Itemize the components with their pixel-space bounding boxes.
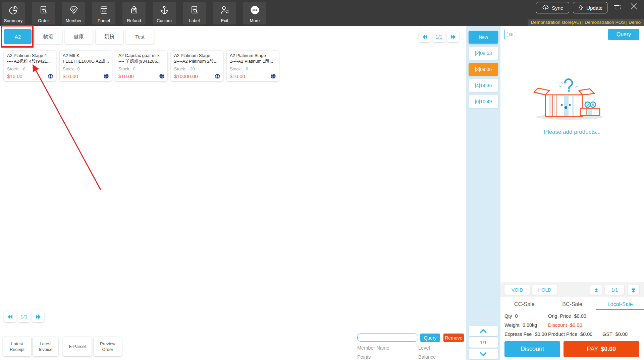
nav-parcel-button[interactable]: Parcel: [92, 2, 115, 24]
next-page-button[interactable]: [32, 311, 44, 322]
member-balance-label: Balance: [418, 354, 436, 360]
held-order-item[interactable]: [2]08:53: [469, 47, 498, 60]
document-search-icon: [190, 2, 200, 18]
nav-order-button[interactable]: Order: [32, 2, 55, 24]
prev-page-button[interactable]: [4, 311, 16, 322]
product-card[interactable]: A2 Platinum Stage 1----A2 Platinum 1段...…: [227, 51, 279, 81]
tab-bc-sale[interactable]: BC-Sale: [548, 300, 596, 310]
category-tab-health[interactable]: 健康: [65, 29, 93, 44]
annotation-arrow: [34, 66, 101, 190]
minimize-button[interactable]: [613, 3, 622, 10]
globe-icon: [159, 73, 165, 79]
member-name-label: Member Name: [357, 345, 389, 351]
category-tab-test[interactable]: Test: [126, 29, 154, 44]
void-button[interactable]: VOID: [504, 285, 530, 295]
held-order-item[interactable]: [4]14:36: [469, 79, 498, 92]
nav-exit-button[interactable]: Exit: [213, 2, 236, 24]
orders-page-down-button[interactable]: [469, 349, 498, 359]
anchor-icon: [159, 2, 169, 18]
product-name: A2 MILK FELLTHE1000G A2成...: [63, 53, 109, 64]
nav-label: Member: [66, 18, 82, 23]
product-price: $10.00: [7, 73, 22, 79]
parcel-box-icon: [99, 2, 109, 18]
store-info-banner: Demonstration store(AU) | Demonstration …: [528, 19, 644, 26]
member-level-label: Level: [418, 345, 430, 351]
product-card[interactable]: A2 MILK FELLTHE1000G A2成... Stock:0 $10.…: [60, 51, 112, 81]
product-pager-top: 1/1: [419, 31, 459, 42]
orders-page-up-button[interactable]: [469, 326, 498, 336]
cart-page-indicator: 1/1: [605, 285, 624, 295]
sync-button[interactable]: Sync: [536, 2, 569, 13]
product-price: $10.00: [63, 73, 78, 79]
nav-label: More: [250, 18, 260, 23]
tab-cc-sale[interactable]: CC-Sale: [500, 300, 548, 310]
nav-label-button[interactable]: Label: [183, 2, 206, 24]
nav-custom-button[interactable]: Custom: [153, 2, 176, 24]
held-order-item-active[interactable]: [3]09:06: [469, 63, 498, 76]
nav-label: Label: [189, 18, 200, 23]
diamond-icon: [69, 2, 79, 18]
product-stock: Stock:-20: [174, 66, 195, 71]
category-tab-logistics[interactable]: 物流: [35, 29, 62, 44]
globe-icon: [270, 73, 276, 79]
product-card[interactable]: A2 Platinum Stage 4 ---- A2奶粉 4段(9421...…: [4, 51, 56, 81]
up-arrow-icon: [578, 4, 584, 11]
product-price: $10000.00: [174, 73, 198, 79]
member-remove-button[interactable]: Remove: [443, 334, 464, 342]
nav-label: Order: [38, 18, 49, 23]
update-button[interactable]: Update: [573, 2, 607, 13]
barcode-scan-input[interactable]: [515, 29, 602, 40]
nav-label: Exit: [221, 18, 228, 23]
discount-button[interactable]: Discount: [504, 341, 560, 357]
globe-icon: [215, 73, 220, 79]
category-tab-a2[interactable]: A2: [4, 29, 32, 44]
nav-label: Refund: [127, 18, 141, 23]
latest-invoice-button[interactable]: Latest Invoice: [33, 337, 58, 356]
hold-button[interactable]: HOLD: [532, 285, 557, 295]
cart-page-up-button[interactable]: [590, 285, 602, 295]
member-search-input[interactable]: [357, 334, 418, 342]
held-order-item[interactable]: [6]10:49: [469, 95, 498, 108]
held-orders-column: New [2]08:53 [3]09:06 [4]14:36 [6]10:49 …: [466, 26, 500, 360]
user-arrows-icon: [220, 2, 230, 18]
product-grid: A2 Platinum Stage 4 ---- A2奶粉 4段(9421...…: [4, 51, 279, 81]
close-icon[interactable]: [630, 2, 639, 10]
empty-cart-message: Please add products...: [500, 129, 644, 135]
prev-page-button[interactable]: [419, 31, 431, 42]
sync-label: Sync: [552, 5, 563, 11]
pay-button[interactable]: PAY$0.00: [564, 341, 639, 357]
latest-receipt-button[interactable]: Latest Receipt: [3, 337, 31, 356]
cart-panel: Query Please: [500, 26, 644, 360]
category-tab-milkpowder[interactable]: 奶粉: [96, 29, 123, 44]
product-stock: Stock:0: [63, 66, 79, 71]
barcode-input-wrap: [504, 29, 602, 40]
more-dots-icon: [250, 2, 260, 18]
member-query-button[interactable]: Query: [420, 334, 440, 342]
product-price: $10.00: [118, 73, 134, 79]
new-order-button[interactable]: New: [469, 31, 498, 44]
product-name: A2 Caprilac goat milk ---- 羊奶粉(9341286..…: [118, 53, 164, 64]
e-parcel-button[interactable]: E-Parcel: [63, 337, 92, 356]
product-card[interactable]: A2 Platinum Stage 2----A2 Platinum 2段...…: [171, 51, 223, 81]
product-card[interactable]: A2 Caprilac goat milk ---- 羊奶粉(9341286..…: [115, 51, 167, 81]
product-name: A2 Platinum Stage 1----A2 Platinum 1段...: [230, 53, 276, 64]
nav-label: Summary: [4, 18, 23, 23]
category-tabs: A2 物流 健康 奶粉 Test: [4, 29, 154, 44]
nav-summary-button[interactable]: Summary: [2, 2, 25, 24]
summary-row-3: Express Fee$0.00 Product Price$0.00 GST$…: [504, 332, 642, 338]
cart-page-down-button[interactable]: [628, 285, 639, 295]
nav-more-button[interactable]: More: [243, 2, 266, 24]
pie-chart-icon: [8, 2, 18, 18]
nav-refund-button[interactable]: Refund: [122, 2, 146, 24]
preview-order-button[interactable]: Preview Order: [94, 337, 122, 356]
update-label: Update: [586, 5, 602, 11]
product-name: A2 Platinum Stage 4 ---- A2奶粉 4段(9421...: [7, 53, 53, 64]
next-page-button[interactable]: [447, 31, 459, 42]
product-pager-bottom: 1/1: [4, 311, 44, 322]
cart-query-button[interactable]: Query: [608, 29, 639, 40]
product-price: $10.00: [230, 73, 245, 79]
nav-member-button[interactable]: Member: [62, 2, 85, 24]
tab-local-sale[interactable]: Local-Sale: [596, 300, 644, 310]
product-stock: Stock:0: [118, 66, 135, 71]
product-stock: Stock:-8: [7, 66, 25, 71]
